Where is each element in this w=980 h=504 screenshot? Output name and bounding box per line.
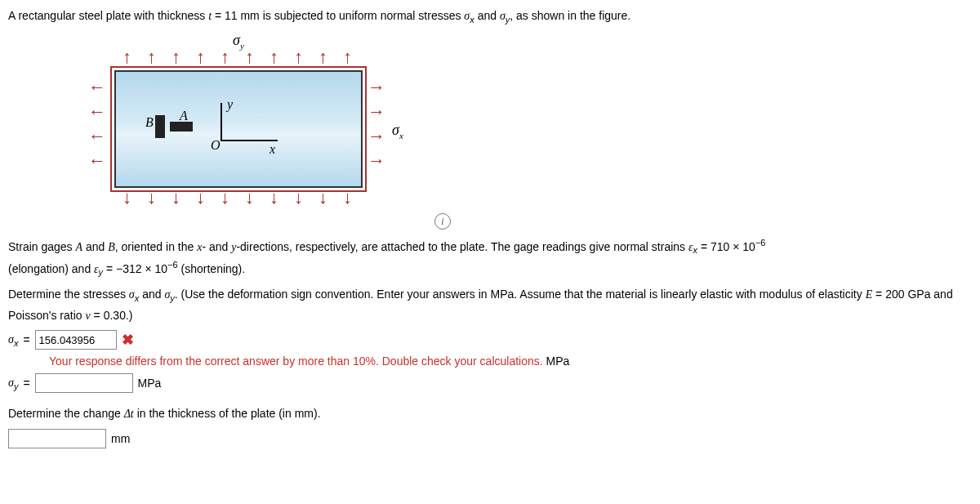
stress-arrow-up: ↑ — [294, 48, 303, 66]
equals: = — [23, 377, 29, 390]
delta-t-answer-row: mm — [8, 429, 972, 448]
stress-arrow-left: ← — [88, 152, 106, 170]
stress-arrow-up: ↑ — [196, 48, 205, 66]
equals: = — [23, 333, 29, 346]
text: A rectangular steel plate with thickness — [8, 9, 208, 22]
stress-arrow-up: ↑ — [122, 48, 131, 66]
strain-gage-b — [155, 115, 165, 138]
y-axis — [220, 103, 222, 140]
stress-arrow-left: ← — [88, 103, 106, 121]
sigma-y-input[interactable] — [35, 373, 133, 393]
figure: σy ↑ ↑ ↑ ↑ ↑ ↑ ↑ ↑ ↑ ↑ ↓ ↓ ↓ ↓ ↓ ↓ ↓ ↓ ↓… — [65, 33, 457, 230]
stress-arrow-up: ↑ — [270, 48, 278, 66]
text: is subjected to uniform normal stresses — [260, 9, 465, 22]
sigma-x-symbol: σx — [8, 332, 18, 348]
gage-a-label: A — [180, 109, 188, 123]
text: , as shown in the figure. — [510, 9, 630, 22]
origin-label: O — [211, 138, 220, 153]
info-icon[interactable]: i — [434, 213, 451, 230]
stress-arrow-left: ← — [88, 78, 106, 96]
sigma-y-answer-row: σy = MPa — [8, 373, 972, 393]
stress-arrow-up: ↑ — [220, 48, 229, 66]
stress-arrow-up: ↑ — [343, 48, 352, 66]
incorrect-icon: ✖ — [122, 331, 134, 349]
x-axis — [220, 140, 278, 141]
unit-label: MPa — [138, 377, 162, 390]
sigma-y-symbol: σy — [8, 376, 18, 391]
stress-arrow-left: ← — [88, 127, 106, 145]
determine-thickness-prompt: Determine the change Δt in the thickness… — [8, 404, 972, 423]
sigma-x-feedback: Your response differs from the correct a… — [49, 353, 972, 370]
stress-arrow-right: → — [368, 127, 385, 145]
sigma-y-label: σy — [233, 32, 244, 51]
determine-stresses-prompt: Determine the stresses σx and σy. (Use t… — [8, 285, 972, 325]
stress-arrow-up: ↑ — [318, 48, 327, 66]
sigma-x-answer-row: σx = ✖ — [8, 330, 972, 350]
sigma-x-input[interactable] — [35, 330, 117, 350]
stress-arrow-right: → — [368, 103, 385, 121]
sigma: σ — [500, 10, 506, 22]
x-axis-label: x — [270, 142, 275, 157]
text: = — [212, 9, 225, 22]
unit-label: mm — [111, 432, 130, 445]
stress-arrow-up: ↑ — [172, 48, 180, 66]
strain-description: Strain gages A and B, oriented in the x-… — [8, 236, 972, 280]
text: and — [474, 9, 500, 22]
delta-t-input[interactable] — [8, 429, 106, 448]
problem-intro: A rectangular steel plate with thickness… — [8, 7, 972, 27]
stress-arrow-up: ↑ — [147, 48, 156, 66]
sigma-x-label: σx — [392, 122, 403, 140]
y-axis-label: y — [227, 97, 233, 112]
stress-arrow-up: ↑ — [245, 48, 254, 66]
stress-arrow-right: → — [368, 152, 385, 170]
stress-arrow-right: → — [368, 78, 385, 96]
gage-b-label: B — [145, 115, 154, 130]
t-value: 11 mm — [225, 9, 260, 22]
